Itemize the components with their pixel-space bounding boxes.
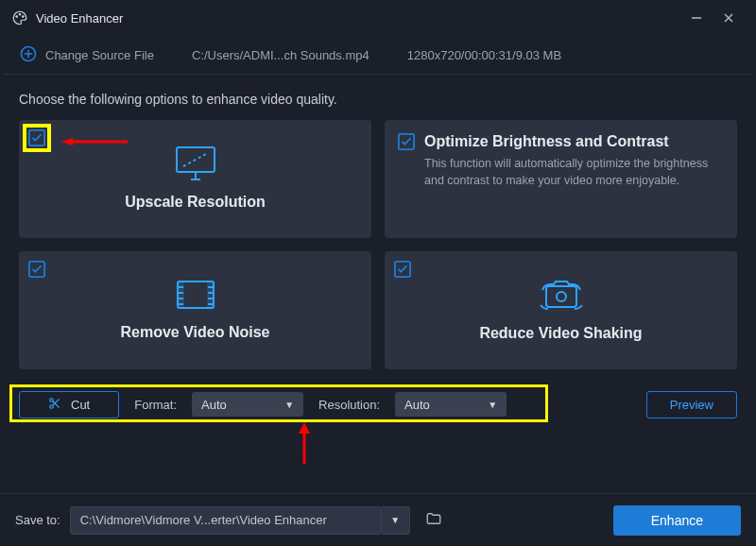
chevron-down-icon: ▼ xyxy=(488,400,497,410)
open-folder-button[interactable] xyxy=(420,506,448,535)
save-path-dropdown[interactable]: ▼ xyxy=(382,506,410,535)
filmstrip-icon xyxy=(172,276,219,316)
plus-circle-icon xyxy=(19,44,38,66)
card-upscale-resolution[interactable]: Upscale Resolution xyxy=(19,120,371,238)
source-meta: 1280x720/00:00:31/9.03 MB xyxy=(407,48,561,62)
format-value: Auto xyxy=(201,398,227,412)
checkbox-checked-icon[interactable] xyxy=(28,261,45,278)
card-title: Optimize Brightness and Contrast xyxy=(424,133,669,150)
resolution-value: Auto xyxy=(404,398,430,412)
chevron-down-icon: ▼ xyxy=(390,515,400,525)
card-caption: Reduce Video Shaking xyxy=(479,325,642,342)
checkbox-checked-icon[interactable] xyxy=(394,261,411,278)
title-bar: Video Enhancer xyxy=(0,0,756,36)
save-path-value: C:\Vidmore\Vidmore V...erter\Video Enhan… xyxy=(80,513,327,527)
card-description: This function will automatically optimiz… xyxy=(398,156,724,189)
footer-bar: Save to: C:\Vidmore\Vidmore V...erter\Vi… xyxy=(0,493,756,546)
card-caption: Remove Video Noise xyxy=(121,324,270,341)
close-button[interactable] xyxy=(713,4,745,32)
svg-point-1 xyxy=(19,14,21,16)
resolution-label: Resolution: xyxy=(318,398,380,412)
svg-point-0 xyxy=(16,16,18,18)
cut-button[interactable]: Cut xyxy=(19,391,119,418)
chevron-down-icon: ▼ xyxy=(284,400,294,410)
source-path: C:/Users/ADMI...ch Sounds.mp4 xyxy=(192,48,369,62)
source-bar: Change Source File C:/Users/ADMI...ch So… xyxy=(0,36,756,74)
resolution-dropdown[interactable]: Auto ▼ xyxy=(395,392,507,417)
card-remove-noise[interactable]: Remove Video Noise xyxy=(19,251,371,369)
folder-icon xyxy=(425,510,442,530)
annotation-arrow-icon xyxy=(299,422,310,464)
svg-line-13 xyxy=(183,153,208,166)
change-source-button[interactable]: Change Source File xyxy=(19,44,154,66)
instruction-text: Choose the following options to enhance … xyxy=(0,75,756,120)
palette-icon xyxy=(11,9,28,26)
options-grid: Upscale Resolution Optimize Brightness a… xyxy=(0,120,756,369)
cut-label: Cut xyxy=(71,398,90,412)
monitor-icon xyxy=(172,144,219,186)
enhance-button[interactable]: Enhance xyxy=(613,505,741,536)
format-label: Format: xyxy=(134,398,177,412)
enhance-label: Enhance xyxy=(651,513,703,528)
card-reduce-shaking[interactable]: Reduce Video Shaking xyxy=(385,251,737,369)
save-path-field[interactable]: C:\Vidmore\Vidmore V...erter\Video Enhan… xyxy=(70,506,382,535)
camera-shake-icon xyxy=(535,275,588,317)
card-caption: Upscale Resolution xyxy=(125,194,265,211)
checkbox-checked-icon[interactable] xyxy=(28,129,45,146)
card-optimize-brightness[interactable]: Optimize Brightness and Contrast This fu… xyxy=(385,120,737,238)
svg-point-31 xyxy=(557,292,566,301)
preview-label: Preview xyxy=(670,398,713,412)
controls-row: Cut Format: Auto ▼ Resolution: Auto ▼ Pr… xyxy=(13,390,743,418)
format-dropdown[interactable]: Auto ▼ xyxy=(192,392,303,417)
checkbox-checked-icon[interactable] xyxy=(398,133,415,150)
scissors-icon xyxy=(48,397,61,413)
change-source-label: Change Source File xyxy=(45,48,154,62)
svg-point-2 xyxy=(23,16,25,18)
preview-button[interactable]: Preview xyxy=(646,391,737,418)
app-title: Video Enhancer xyxy=(36,11,680,26)
svg-rect-30 xyxy=(546,286,576,307)
save-to-label: Save to: xyxy=(15,513,60,527)
minimize-button[interactable] xyxy=(680,4,713,32)
svg-marker-37 xyxy=(299,422,310,434)
